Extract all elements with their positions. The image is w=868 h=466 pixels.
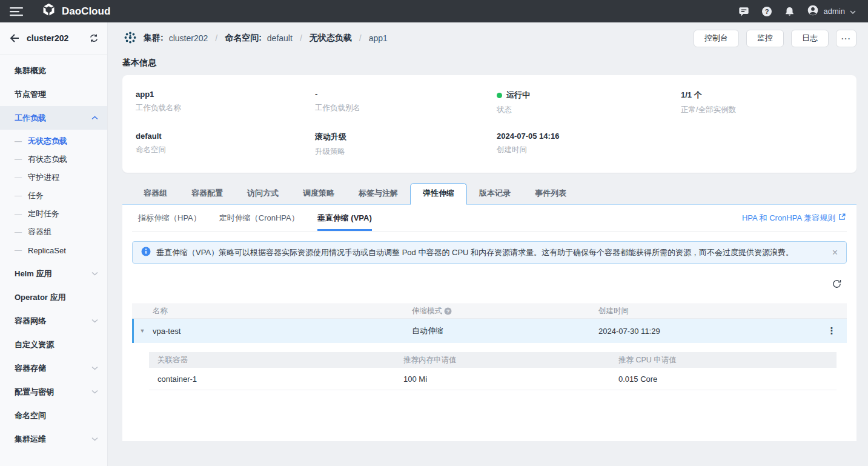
dash-icon: — — [15, 246, 22, 255]
back-arrow-icon[interactable] — [10, 34, 19, 42]
help-circle-icon[interactable]: ? — [444, 307, 452, 315]
tab-pods[interactable]: 容器组 — [131, 184, 179, 204]
subtab-cronhpa[interactable]: 定时伸缩（CronHPA） — [219, 205, 299, 231]
sidebar-item-pods[interactable]: —容器组 — [0, 223, 107, 241]
close-icon[interactable]: × — [832, 248, 838, 258]
dash-icon: — — [15, 210, 22, 218]
sidebar-item-config-secrets[interactable]: 配置与密钥 — [0, 380, 107, 404]
brand-name: DaoCloud — [62, 5, 110, 18]
field-workload-name: app1 工作负载名称 — [136, 90, 315, 115]
chevron-down-icon — [91, 366, 98, 370]
external-link-icon — [838, 213, 846, 222]
vpa-table-row[interactable]: ▼ vpa-test 自动伸缩 2024-07-30 11:29 ⋮ — [132, 319, 847, 343]
app-dots-icon — [122, 30, 138, 47]
field-namespace: default 命名空间 — [136, 131, 315, 157]
dash-icon: — — [15, 137, 22, 145]
dash-icon: — — [15, 173, 22, 182]
notification-bell-icon[interactable] — [784, 6, 795, 17]
table-toolbar — [132, 264, 847, 304]
switch-cluster-icon[interactable] — [89, 33, 99, 43]
tab-access-method[interactable]: 访问方式 — [235, 184, 291, 204]
container-table-row: container-1 100 Mi 0.015 Core — [149, 368, 837, 390]
sidebar-item-cluster-ops[interactable]: 集群运维 — [0, 427, 107, 451]
page-actions: 控制台 监控 日志 ··· — [694, 30, 856, 47]
sidebar-item-cronjob[interactable]: —定时任务 — [0, 205, 107, 223]
container-table-header: 关联容器 推荐内存申请值 推荐 CPU 申请值 — [149, 352, 837, 368]
kebab-menu-icon[interactable]: ⋮ — [827, 325, 837, 336]
cluster-name[interactable]: cluster202 — [27, 33, 83, 43]
info-icon — [141, 247, 151, 258]
more-actions-button[interactable]: ··· — [836, 30, 856, 47]
sidebar-item-workloads[interactable]: 工作负载 — [0, 106, 107, 130]
sidebar-menu: 集群概览 节点管理 工作负载 —无状态负载 —有状态负载 —守护进程 —任务 —… — [0, 55, 107, 451]
sidebar: cluster202 集群概览 节点管理 工作负载 —无状态负载 —有状态负载 … — [0, 22, 108, 466]
field-upgrade-strategy: 滚动升级 升级策略 — [315, 131, 497, 157]
console-button[interactable]: 控制台 — [694, 30, 739, 47]
chevron-down-icon — [91, 437, 98, 441]
chevron-down-icon — [91, 271, 98, 276]
tab-elastic-scaling[interactable]: 弹性伸缩 — [410, 183, 467, 205]
topbar: DaoCloud ? admin — [0, 0, 868, 22]
chevron-down-icon — [850, 7, 856, 16]
tab-version-history[interactable]: 版本记录 — [467, 184, 523, 204]
tab-event-list[interactable]: 事件列表 — [523, 184, 578, 204]
sidebar-item-custom-resources[interactable]: 自定义资源 — [0, 333, 107, 356]
field-workload-alias: - 工作负载别名 — [315, 90, 497, 115]
monitor-button[interactable]: 监控 — [746, 30, 784, 47]
user-menu[interactable]: admin — [807, 4, 856, 18]
field-created-time: 2024-07-05 14:16 创建时间 — [497, 131, 681, 157]
breadcrumb-kind[interactable]: 无状态负载 — [310, 33, 352, 44]
refresh-icon[interactable] — [832, 279, 842, 289]
sidebar-item-container-storage[interactable]: 容器存储 — [0, 356, 107, 380]
sidebar-item-stateful-workloads[interactable]: —有状态负载 — [0, 150, 107, 168]
sidebar-item-replicaset[interactable]: —ReplicaSet — [0, 241, 107, 259]
sidebar-item-job[interactable]: —任务 — [0, 187, 107, 205]
container-memory: 100 Mi — [395, 374, 610, 384]
sidebar-item-namespaces[interactable]: 命名空间 — [0, 404, 107, 427]
logs-button[interactable]: 日志 — [791, 30, 829, 47]
section-title: 基本信息 — [122, 58, 856, 68]
breadcrumb-namespace-value[interactable]: default — [267, 33, 293, 43]
basic-info-card: app1 工作负载名称 - 工作负载别名 运行中 状态 1/1 个 正常/全部 — [122, 75, 856, 173]
svg-text:?: ? — [446, 308, 449, 315]
sidebar-item-stateless-workloads[interactable]: —无状态负载 — [0, 132, 107, 150]
breadcrumb-separator: / — [300, 33, 302, 43]
sidebar-item-daemonset[interactable]: —守护进程 — [0, 168, 107, 187]
tab-labels-annotations[interactable]: 标签与注解 — [346, 184, 410, 204]
scaling-subtabs: 指标伸缩（HPA） 定时伸缩（CronHPA） 垂直伸缩 (VPA) HPA 和… — [132, 205, 847, 231]
sidebar-item-cluster-overview[interactable]: 集群概览 — [0, 59, 107, 82]
sidebar-item-container-network[interactable]: 容器网络 — [0, 309, 107, 333]
field-instances: 1/1 个 正常/全部实例数 — [681, 90, 843, 115]
compatibility-rules-link[interactable]: HPA 和 CronHPA 兼容规则 — [742, 213, 847, 224]
sidebar-item-node-management[interactable]: 节点管理 — [0, 82, 107, 106]
breadcrumb-cluster-value[interactable]: cluster202 — [169, 33, 208, 43]
breadcrumb-cluster-label: 集群: — [144, 33, 164, 44]
svg-text:?: ? — [764, 8, 769, 15]
detail-tabs: 容器组 容器配置 访问方式 调度策略 标签与注解 弹性伸缩 版本记录 事件列表 — [122, 183, 856, 205]
container-table: 关联容器 推荐内存申请值 推荐 CPU 申请值 container-1 100 … — [149, 352, 837, 390]
sidebar-item-operator-apps[interactable]: Operator 应用 — [0, 285, 107, 309]
tab-container-config[interactable]: 容器配置 — [179, 184, 235, 204]
daocloud-logo-icon — [41, 2, 56, 21]
collapse-triangle-icon[interactable]: ▼ — [132, 328, 153, 334]
workloads-submenu: —无状态负载 —有状态负载 —守护进程 —任务 —定时任务 —容器组 —Repl… — [0, 130, 107, 262]
avatar-icon — [807, 4, 819, 18]
vpa-table-header: 名称 伸缩模式 ? 创建时间 — [132, 304, 847, 319]
chevron-down-icon — [91, 319, 98, 323]
hamburger-menu-icon[interactable] — [10, 7, 23, 16]
vpa-mode: 自动伸缩 — [412, 325, 598, 336]
vpa-created: 2024-07-30 11:29 — [598, 327, 817, 336]
subtab-vpa[interactable]: 垂直伸缩 (VPA) — [317, 205, 372, 231]
subtab-hpa[interactable]: 指标伸缩（HPA） — [138, 205, 201, 231]
col-memory: 推荐内存申请值 — [395, 355, 610, 365]
vpa-info-alert: 垂直伸缩（VPA）策略可以根据容器实际资源使用情况手动或自动调整 Pod 中容器… — [132, 241, 847, 264]
username: admin — [824, 7, 845, 16]
message-icon[interactable] — [738, 6, 749, 17]
brand[interactable]: DaoCloud — [41, 2, 110, 21]
breadcrumb-separator: / — [359, 33, 362, 43]
breadcrumb-workload-name: app1 — [369, 33, 388, 43]
help-icon[interactable]: ? — [761, 6, 772, 17]
ellipsis-icon: ··· — [841, 34, 851, 43]
tab-scheduling-policy[interactable]: 调度策略 — [291, 184, 346, 204]
sidebar-item-helm-apps[interactable]: Helm 应用 — [0, 262, 107, 285]
